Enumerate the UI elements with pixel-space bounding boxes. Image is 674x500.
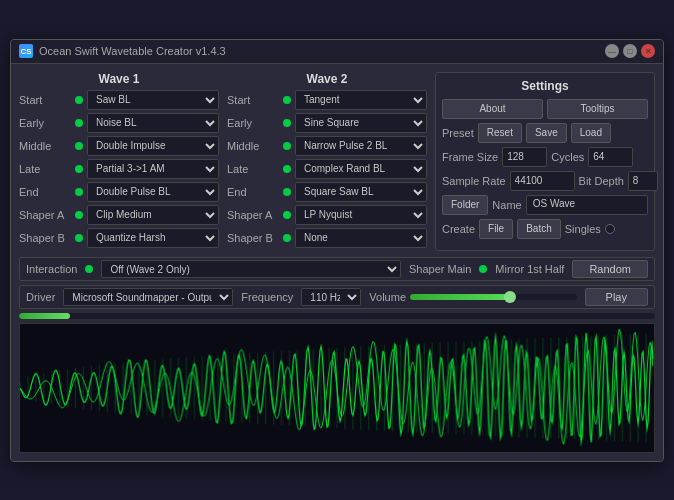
wave2-select-4[interactable]: Square Saw BL: [295, 182, 427, 202]
sample-rate-input[interactable]: [510, 171, 575, 191]
frame-size-input[interactable]: [502, 147, 547, 167]
driver-bar: Driver Microsoft Soundmapper - Output Fr…: [19, 285, 655, 309]
maximize-button[interactable]: □: [623, 44, 637, 58]
progress-bar-container: [19, 313, 655, 319]
random-button[interactable]: Random: [572, 260, 648, 278]
batch-button[interactable]: Batch: [517, 219, 561, 239]
top-section: Wave 1 Start Saw BL Early Noise BL: [19, 72, 655, 251]
wave1-row-1: Early Noise BL: [19, 113, 219, 133]
create-label: Create: [442, 223, 475, 235]
folder-row: Folder Name OS Wave: [442, 195, 648, 215]
wave1-row-2: Middle Double Impulse: [19, 136, 219, 156]
titlebar: CS Ocean Swift Wavetable Creator v1.4.3 …: [11, 40, 663, 64]
wave1-label-1: Early: [19, 117, 71, 129]
titlebar-left: CS Ocean Swift Wavetable Creator v1.4.3: [19, 44, 226, 58]
wave1-header: Wave 1: [19, 72, 219, 86]
reset-button[interactable]: Reset: [478, 123, 522, 143]
wave1-select-4[interactable]: Double Pulse BL: [87, 182, 219, 202]
tooltips-button[interactable]: Tooltips: [547, 99, 648, 119]
frame-size-label: Frame Size: [442, 151, 498, 163]
cycles-input[interactable]: [588, 147, 633, 167]
wave1-dot-2: [75, 142, 83, 150]
wave2-dot-1: [283, 119, 291, 127]
preset-row: Preset Reset Save Load: [442, 123, 648, 143]
interaction-select[interactable]: Off (Wave 2 Only): [101, 260, 401, 278]
wave2-select-6[interactable]: None: [295, 228, 427, 248]
wave2-select-1[interactable]: Sine Square: [295, 113, 427, 133]
frame-size-row: Frame Size Cycles: [442, 147, 648, 167]
wave1-row-4: End Double Pulse BL: [19, 182, 219, 202]
interaction-label: Interaction: [26, 263, 77, 275]
wave2-column: Wave 2 Start Tangent Early Sine Square: [227, 72, 427, 251]
wave2-row-1: Early Sine Square: [227, 113, 427, 133]
volume-label: Volume: [369, 291, 406, 303]
sample-rate-row: Sample Rate Bit Depth: [442, 171, 648, 191]
wave2-select-0[interactable]: Tangent: [295, 90, 427, 110]
singles-radio[interactable]: [605, 224, 615, 234]
wave2-select-3[interactable]: Complex Rand BL: [295, 159, 427, 179]
wave1-column: Wave 1 Start Saw BL Early Noise BL: [19, 72, 219, 251]
wave2-row-4: End Square Saw BL: [227, 182, 427, 202]
shaper-dot: [479, 265, 487, 273]
wave1-dot-0: [75, 96, 83, 104]
wave1-label-5: Shaper A: [19, 209, 71, 221]
name-label: Name: [492, 199, 521, 211]
about-tooltips-row: About Tooltips: [442, 99, 648, 119]
wave2-label-1: Early: [227, 117, 279, 129]
wave2-row-5: Shaper A LP Nyquist: [227, 205, 427, 225]
wave2-dot-3: [283, 165, 291, 173]
file-button[interactable]: File: [479, 219, 513, 239]
save-button[interactable]: Save: [526, 123, 567, 143]
frequency-label: Frequency: [241, 291, 293, 303]
wave2-dot-5: [283, 211, 291, 219]
cycles-label: Cycles: [551, 151, 584, 163]
wave2-label-5: Shaper A: [227, 209, 279, 221]
wave1-dot-3: [75, 165, 83, 173]
wave2-select-5[interactable]: LP Nyquist: [295, 205, 427, 225]
wave2-label-2: Middle: [227, 140, 279, 152]
play-button[interactable]: Play: [585, 288, 648, 306]
driver-label: Driver: [26, 291, 55, 303]
wave2-label-4: End: [227, 186, 279, 198]
driver-select[interactable]: Microsoft Soundmapper - Output: [63, 288, 233, 306]
app-icon: CS: [19, 44, 33, 58]
wave2-label-6: Shaper B: [227, 232, 279, 244]
settings-panel: Settings About Tooltips Preset Reset Sav…: [435, 72, 655, 251]
wave1-row-3: Late Partial 3->1 AM: [19, 159, 219, 179]
mirror-label: Mirror 1st Half: [495, 263, 564, 275]
folder-button[interactable]: Folder: [442, 195, 488, 215]
bit-depth-input[interactable]: [628, 171, 658, 191]
volume-fill: [410, 294, 510, 300]
frequency-select[interactable]: 110 Hz: [301, 288, 361, 306]
preset-label: Preset: [442, 127, 474, 139]
wave2-select-2[interactable]: Narrow Pulse 2 BL: [295, 136, 427, 156]
wave1-select-1[interactable]: Noise BL: [87, 113, 219, 133]
interaction-dot: [85, 265, 93, 273]
wave1-dot-5: [75, 211, 83, 219]
about-button[interactable]: About: [442, 99, 543, 119]
settings-header: Settings: [442, 79, 648, 93]
wave1-dot-1: [75, 119, 83, 127]
close-button[interactable]: ✕: [641, 44, 655, 58]
minimize-button[interactable]: —: [605, 44, 619, 58]
wave2-label-0: Start: [227, 94, 279, 106]
folder-display: OS Wave: [526, 195, 648, 215]
window-controls: — □ ✕: [605, 44, 655, 58]
sample-rate-label: Sample Rate: [442, 175, 506, 187]
wave1-select-6[interactable]: Quantize Harsh: [87, 228, 219, 248]
wave1-select-0[interactable]: Saw BL: [87, 90, 219, 110]
volume-thumb: [504, 291, 516, 303]
shaper-main-label: Shaper Main: [409, 263, 471, 275]
wave1-label-2: Middle: [19, 140, 71, 152]
wave2-label-3: Late: [227, 163, 279, 175]
wave1-select-3[interactable]: Partial 3->1 AM: [87, 159, 219, 179]
wave1-select-2[interactable]: Double Impulse: [87, 136, 219, 156]
wave1-label-6: Shaper B: [19, 232, 71, 244]
wave1-select-5[interactable]: Clip Medium: [87, 205, 219, 225]
progress-fill: [19, 313, 70, 319]
volume-track[interactable]: [410, 294, 577, 300]
main-content: Wave 1 Start Saw BL Early Noise BL: [11, 64, 663, 461]
load-button[interactable]: Load: [571, 123, 611, 143]
waveform-canvas: [20, 324, 654, 452]
wave1-dot-4: [75, 188, 83, 196]
